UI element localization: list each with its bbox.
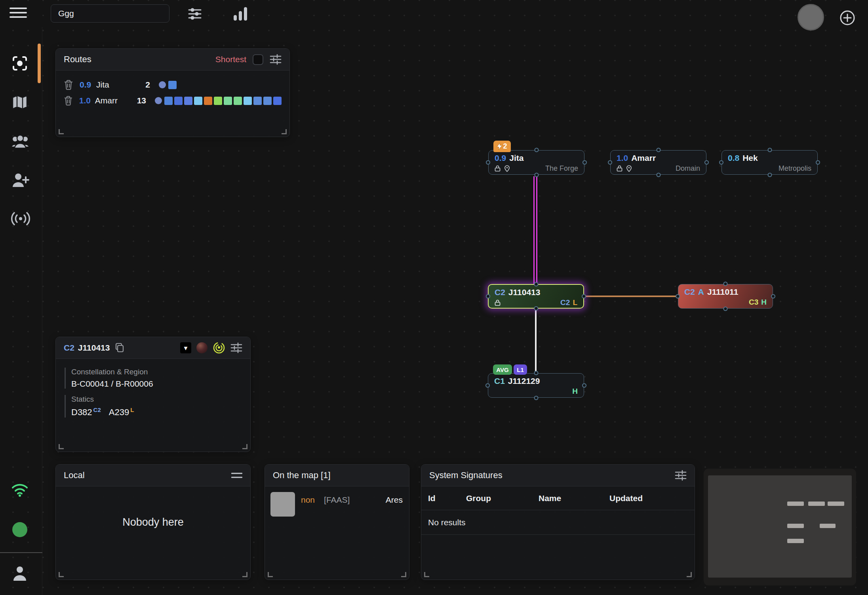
- local-menu-icon[interactable]: [231, 472, 242, 479]
- resize-handle[interactable]: [242, 444, 247, 449]
- connection-handle-top[interactable]: [656, 148, 661, 152]
- connection-handle-left[interactable]: [719, 160, 723, 165]
- menu-icon[interactable]: [10, 8, 27, 19]
- minimap-node: [787, 502, 804, 506]
- follow-character-icon[interactable]: [11, 172, 29, 189]
- wormhole-effect: A: [698, 287, 704, 297]
- broadcast-icon[interactable]: [11, 211, 29, 228]
- shortest-checkbox[interactable]: [253, 54, 263, 65]
- route-destination: Amarr: [95, 96, 129, 105]
- connection-handle-bottom[interactable]: [723, 307, 728, 311]
- delete-route-icon[interactable]: [64, 80, 73, 90]
- online-status-dot: [12, 522, 27, 537]
- l1-badge: L1: [514, 364, 527, 375]
- security-status: 0.9: [495, 153, 506, 163]
- column-header-group[interactable]: Group: [466, 494, 539, 503]
- map-node-amarr[interactable]: 1.0 Amarr Domain: [610, 150, 706, 175]
- route-jump-segment: [174, 97, 183, 105]
- map-filter-icon[interactable]: [188, 8, 202, 20]
- constellation-region-value: B-C00041 / B-R00006: [71, 379, 242, 389]
- system-settings-icon[interactable]: [230, 342, 242, 353]
- resize-handle[interactable]: [401, 572, 406, 577]
- minimap-panel[interactable]: [704, 469, 856, 585]
- connection-handle-left[interactable]: [485, 383, 490, 388]
- wormhole-class-icon[interactable]: ▼: [180, 342, 191, 353]
- pilot-row[interactable]: non [FAAS] Ares: [265, 486, 409, 517]
- connection-handle-bottom[interactable]: [656, 173, 661, 177]
- node-lightning-badge: 2: [493, 141, 511, 152]
- connection-handle-right[interactable]: [582, 294, 586, 299]
- map-name-input[interactable]: [51, 4, 169, 23]
- connection-handle-top[interactable]: [767, 148, 772, 152]
- connection-handle-right[interactable]: [771, 294, 775, 299]
- map-node-jita[interactable]: 2 0.9 Jita The Forge: [488, 150, 584, 175]
- connection-handle-top[interactable]: [534, 148, 539, 152]
- connection-handle-top[interactable]: [723, 282, 728, 286]
- connection-handle-left[interactable]: [676, 294, 680, 299]
- route-jump-segment: [214, 97, 222, 105]
- column-header-name[interactable]: Name: [539, 494, 609, 503]
- system-name: Hek: [742, 153, 758, 163]
- top-bar: [0, 0, 868, 27]
- route-security: 1.0: [79, 96, 95, 105]
- connection-handle-bottom[interactable]: [534, 306, 538, 311]
- resize-handle[interactable]: [424, 572, 429, 577]
- connection-handle-right[interactable]: [582, 383, 586, 388]
- resize-handle[interactable]: [59, 129, 64, 134]
- connection-j110413-j111011-line[interactable]: [585, 296, 678, 297]
- app-root: 2 0.9 Jita The Forge 1.0 Amarr Domain 0.…: [0, 0, 868, 595]
- connection-handle-bottom[interactable]: [534, 173, 539, 177]
- connection-handle-left[interactable]: [486, 160, 490, 165]
- resize-handle[interactable]: [59, 572, 64, 577]
- connection-handle-right[interactable]: [704, 160, 709, 165]
- static-wormhole-1: D382C2: [71, 406, 101, 418]
- signatures-settings-icon[interactable]: [675, 470, 687, 481]
- resize-handle[interactable]: [242, 572, 247, 577]
- add-map-icon[interactable]: [839, 10, 855, 26]
- resize-handle[interactable]: [282, 129, 287, 134]
- user-avatar[interactable]: [798, 4, 824, 31]
- map-node-j112129[interactable]: AVG L1 C1 J112129 H: [488, 373, 584, 398]
- connection-j110413-j112129-line[interactable]: [535, 309, 537, 374]
- resize-handle[interactable]: [59, 444, 64, 449]
- map-icon[interactable]: [11, 93, 29, 111]
- map-node-j110413-selected[interactable]: C2 J110413 C2 L: [488, 284, 584, 309]
- connection-jita-j110413-line-a[interactable]: [533, 176, 535, 284]
- route-jump-segment: [224, 97, 232, 105]
- characters-icon[interactable]: [11, 133, 29, 151]
- activity-chart-icon[interactable]: [233, 6, 249, 21]
- route-row[interactable]: 0.9 Jita 2: [64, 77, 282, 93]
- minimap-viewport[interactable]: [708, 475, 852, 578]
- connection-handle-bottom[interactable]: [534, 396, 538, 400]
- column-header-updated[interactable]: Updated: [609, 494, 695, 503]
- copy-icon[interactable]: [115, 343, 124, 353]
- connection-handle-right[interactable]: [582, 160, 587, 165]
- security-status: 0.8: [728, 153, 739, 163]
- map-node-j111011[interactable]: C2 A J111011 C3 H: [678, 284, 773, 309]
- tracking-icon[interactable]: [11, 55, 29, 72]
- connection-handle-top[interactable]: [534, 371, 538, 375]
- connection-handle-top[interactable]: [534, 282, 538, 286]
- route-jump-segment: [253, 97, 262, 105]
- local-title: Local: [64, 470, 85, 481]
- routes-settings-icon[interactable]: [270, 54, 282, 65]
- connection-handle-left[interactable]: [608, 160, 612, 165]
- lock-icon: [617, 165, 622, 172]
- signatures-empty-text: No results: [421, 510, 695, 535]
- route-row[interactable]: 1.0 Amarr 13: [64, 93, 282, 109]
- route-segments: [155, 97, 282, 105]
- resize-handle[interactable]: [268, 572, 273, 577]
- delete-route-icon[interactable]: [64, 95, 73, 106]
- column-header-id[interactable]: Id: [428, 494, 466, 503]
- route-jump-count: 13: [129, 96, 146, 105]
- shortest-mode-label: Shortest: [215, 55, 246, 64]
- map-node-hek[interactable]: 0.8 Hek Metropolis: [721, 150, 818, 175]
- profile-icon[interactable]: [11, 565, 29, 582]
- connection-handle-right[interactable]: [816, 160, 820, 165]
- system-effect-image[interactable]: [196, 342, 207, 353]
- connection-handle-bottom[interactable]: [767, 173, 772, 177]
- resize-handle[interactable]: [687, 572, 692, 577]
- connection-handle-left[interactable]: [486, 294, 490, 299]
- system-scan-icon[interactable]: [213, 341, 225, 354]
- connection-jita-j110413-line-b[interactable]: [536, 176, 537, 284]
